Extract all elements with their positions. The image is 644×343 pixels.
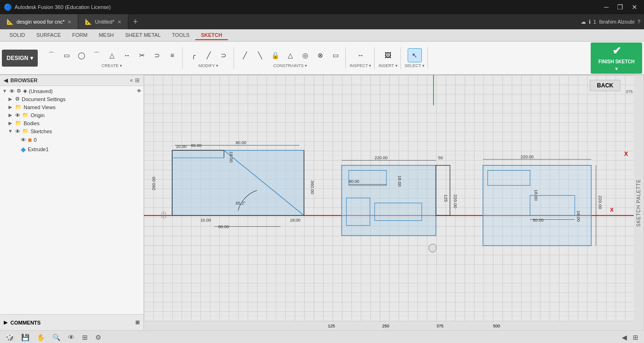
- browser-tree: ▼ 👁 ⚙ ◈ (Unsaved) 👁 ▶ ⚙ Document Setting…: [0, 86, 143, 314]
- maximize-button[interactable]: ❐: [614, 2, 626, 12]
- origin-eye-icon[interactable]: 👁: [15, 112, 20, 118]
- tab-untitled[interactable]: 📐 Untitled* ✕: [78, 14, 128, 29]
- new-tab-button[interactable]: +: [128, 17, 143, 27]
- mirror-tool[interactable]: ≡: [165, 48, 179, 62]
- zoom-button[interactable]: 🔍: [50, 333, 62, 342]
- toolbar-row: DESIGN ▾ ⌒ ▭ ◯ ⌒ △ ↔ ✂ ⊃ ≡ CREATE ▾ ╭ ╱: [0, 42, 644, 75]
- settings-status-button[interactable]: ⚙: [93, 333, 103, 342]
- browser-panel: ◀ BROWSER « ⊞ ▼ 👁 ⚙ ◈ (Unsaved) 👁 ▶ ⚙: [0, 75, 144, 330]
- view-button[interactable]: 👁: [66, 333, 76, 342]
- grid-button[interactable]: ⊞: [80, 333, 90, 342]
- username: Ibrahim Alzoubi: [599, 19, 635, 25]
- root-eye-icon[interactable]: 👁: [9, 88, 15, 94]
- svg-text:18.00: 18.00: [397, 175, 402, 187]
- comments-toggle-button[interactable]: ◀: [620, 333, 629, 342]
- arc-tool[interactable]: ⌒: [90, 48, 104, 62]
- tree-item-extrude1[interactable]: ◆ Extrude1: [0, 145, 143, 154]
- tree-item-sketch0[interactable]: 👁 ■ 0: [0, 135, 143, 145]
- help-icon[interactable]: ?: [637, 19, 640, 25]
- collinear-tool[interactable]: ╲: [253, 48, 267, 62]
- fillet-tool[interactable]: ╭: [186, 48, 201, 62]
- sketch0-eye-icon[interactable]: 👁: [21, 137, 26, 143]
- constraints-label: CONSTRAINTS ▾: [273, 63, 307, 68]
- root-settings-icon[interactable]: ⚙: [17, 88, 21, 94]
- extrude1-icon: ◆: [21, 146, 26, 153]
- create-icons-row: ⌒ ▭ ◯ ⌒ △ ↔ ✂ ⊃ ≡: [44, 48, 179, 62]
- trim-tool[interactable]: ✂: [135, 48, 149, 62]
- tree-item-bodies[interactable]: ▶ 📁 Bodies: [0, 119, 143, 127]
- chamfer-tool[interactable]: ╱: [201, 48, 216, 62]
- tab-mesh[interactable]: MESH: [93, 31, 119, 40]
- minimize-button[interactable]: ─: [601, 2, 611, 12]
- comments-panel-icon[interactable]: ⊞: [135, 319, 140, 326]
- extrude1-chevron: [13, 147, 19, 152]
- cloud-icon: ☁: [581, 19, 586, 25]
- sketch0-icon: ■: [28, 136, 32, 144]
- tab-sheetmetal[interactable]: SHEET METAL: [119, 31, 166, 40]
- modify-icons-row: ╭ ╱ ⊃: [186, 48, 231, 62]
- root-visibility-icon[interactable]: 👁: [137, 88, 142, 94]
- sketches-label: Sketches: [31, 129, 142, 134]
- insert-image-tool[interactable]: 🖼: [381, 48, 395, 62]
- info-icon[interactable]: ℹ: [589, 19, 591, 25]
- select-tool[interactable]: ↖: [408, 48, 422, 62]
- svg-text:360.00: 360.00: [310, 180, 315, 194]
- svg-text:10.00: 10.00: [201, 218, 211, 223]
- svg-text:50: 50: [438, 155, 443, 160]
- pan-button[interactable]: ✋: [35, 333, 47, 342]
- tree-item-doc-settings[interactable]: ▶ ⚙ Document Settings: [0, 95, 143, 103]
- extend-tool[interactable]: ⊃: [217, 48, 231, 62]
- sketches-eye-icon[interactable]: 👁: [15, 129, 20, 134]
- tangent-tool[interactable]: △: [283, 48, 297, 62]
- line-tool[interactable]: ⌒: [44, 48, 59, 62]
- sketch-palette[interactable]: SKETCH PALETTE: [634, 75, 644, 330]
- symmetry-tool[interactable]: ⊗: [313, 48, 327, 62]
- polygon-tool[interactable]: △: [105, 48, 119, 62]
- tab-design[interactable]: 📐 desgin wood for cnc* ✕: [0, 14, 78, 29]
- close-button[interactable]: ✕: [629, 2, 640, 12]
- tab-tools[interactable]: TOOLS: [167, 31, 195, 40]
- measure-tool[interactable]: ↔: [353, 48, 368, 62]
- constraints-icons-row: ╱ ╲ 🔒 △ ◎ ⊗ ▭: [238, 48, 343, 62]
- tree-item-named-views[interactable]: ▶ 📁 Named Views: [0, 103, 143, 111]
- ruler-bottom: 125 250 375 500: [144, 321, 634, 330]
- tab-sketch[interactable]: SKETCH: [195, 31, 228, 40]
- comments-expand-icon[interactable]: ▶: [4, 319, 8, 326]
- concentric-tool[interactable]: ◎: [298, 48, 312, 62]
- rectangle-tool[interactable]: ▭: [59, 48, 74, 62]
- browser-panel-button[interactable]: ⊞: [135, 77, 140, 84]
- comments-bar-right: ⊞: [135, 319, 140, 326]
- tab-solid[interactable]: SOLID: [4, 31, 31, 40]
- design-button[interactable]: DESIGN ▾: [2, 50, 38, 67]
- tab-form[interactable]: FORM: [67, 31, 93, 40]
- tab-close-2[interactable]: ✕: [117, 19, 121, 25]
- svg-text:220.00: 220.00: [375, 155, 387, 160]
- circle-tool[interactable]: ◯: [75, 48, 89, 62]
- svg-marker-4: [172, 150, 304, 215]
- tab-close-1[interactable]: ✕: [67, 19, 71, 25]
- offset-tool[interactable]: ⊃: [150, 48, 164, 62]
- browser-collapse-button[interactable]: «: [130, 77, 133, 84]
- back-button[interactable]: BACK: [590, 80, 620, 91]
- finish-sketch-button[interactable]: ✔ FINISH SKETCH ▾: [591, 43, 642, 74]
- dimension-tool[interactable]: ↔: [120, 48, 134, 62]
- coincident-tool[interactable]: ╱: [238, 48, 252, 62]
- tree-item-sketches[interactable]: ▼ 👁 📁 Sketches: [0, 127, 143, 135]
- doc-settings-label: Document Settings: [22, 96, 142, 102]
- svg-text:10.00: 10.00: [176, 144, 186, 149]
- tree-item-origin[interactable]: ▶ 👁 📁 Origin: [0, 111, 143, 119]
- fix-tool[interactable]: 🔒: [268, 48, 282, 62]
- tab-surface[interactable]: SURFACE: [31, 31, 67, 40]
- bodies-folder-icon: 📁: [15, 120, 22, 126]
- browser-nav-icon[interactable]: ◀: [4, 77, 8, 84]
- create-group: ⌒ ▭ ◯ ⌒ △ ↔ ✂ ⊃ ≡ CREATE ▾: [42, 47, 183, 69]
- tree-item-root[interactable]: ▼ 👁 ⚙ ◈ (Unsaved) 👁: [0, 87, 143, 95]
- finish-sketch-check-icon: ✔: [612, 45, 621, 57]
- canvas-area[interactable]: BACK X SKETCH PALETTE 125 250 375 500 37…: [144, 75, 644, 330]
- pattern-tool[interactable]: ▭: [328, 48, 343, 62]
- panel-status-button[interactable]: ⊞: [631, 333, 640, 342]
- statusbar-left: 🎲 💾 ✋ 🔍 👁 ⊞ ⚙: [4, 333, 103, 342]
- save-status-button[interactable]: 💾: [19, 333, 31, 342]
- navcube-button[interactable]: 🎲: [4, 333, 16, 342]
- doc-settings-icon: ⚙: [15, 96, 20, 102]
